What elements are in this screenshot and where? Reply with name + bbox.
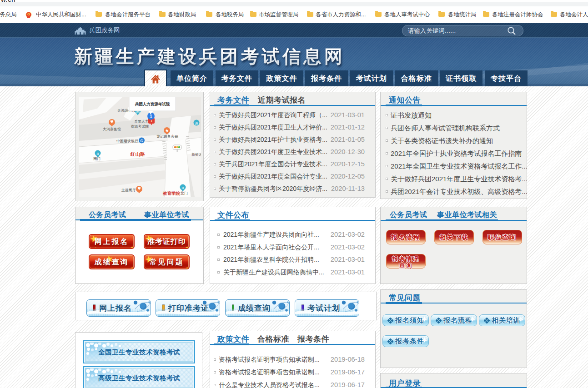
svg-text:酒: 酒: [195, 121, 198, 125]
svg-text:中国建设银行: 中国建设银行: [116, 139, 138, 143]
svg-text:南门: 南门: [93, 157, 101, 161]
svg-text:龙记斑鱼火锅: 龙记斑鱼火锅: [156, 134, 178, 139]
svg-text:主题餐厅: 主题餐厅: [121, 188, 136, 192]
svg-text:B: B: [181, 186, 184, 190]
svg-text:资源考试院: 资源考试院: [131, 124, 149, 129]
svg-text:C: C: [140, 139, 143, 143]
svg-text:新鲜水: 新鲜水: [191, 153, 201, 157]
svg-text:教育学院: 教育学院: [162, 191, 181, 196]
svg-text:1: 1: [150, 114, 152, 119]
svg-text:北门: 北门: [180, 191, 188, 195]
svg-text:B: B: [96, 152, 99, 156]
svg-text:大河寨鱼馆: 大河寨鱼馆: [103, 127, 121, 131]
svg-text:红山路: 红山路: [130, 151, 145, 157]
svg-text:兵团人力资源考试院: 兵团人力资源考试院: [135, 102, 170, 106]
svg-text:兵团人力: 兵团人力: [134, 119, 149, 124]
